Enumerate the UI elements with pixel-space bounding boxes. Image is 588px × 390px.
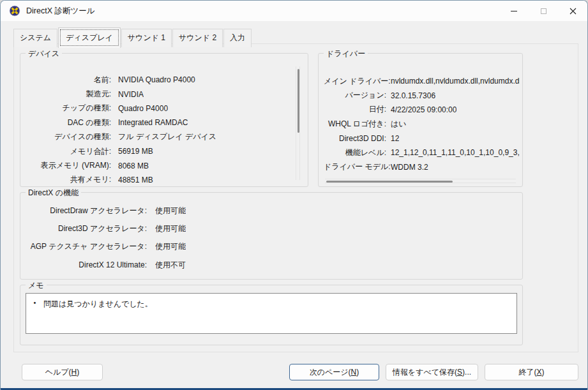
info-value: 使用不可 bbox=[155, 260, 186, 271]
info-label: ドライバー モデル: bbox=[324, 161, 386, 172]
tab[interactable]: 入力 bbox=[223, 29, 252, 47]
info-value: 12_1,12_0,11_1,11_0,10_1,10_0,9_3,9_2,9_… bbox=[391, 148, 520, 157]
minimize-button[interactable] bbox=[499, 1, 529, 21]
info-label: 共有メモリ: bbox=[26, 174, 111, 185]
info-label: 表示メモリ (VRAM): bbox=[26, 160, 111, 171]
info-row: DirectDraw アクセラレータ: 使用可能 bbox=[26, 202, 517, 220]
info-value: NVIDIA bbox=[118, 90, 144, 99]
info-value: nvldumdx.dll,nvldumdx.dll,nvldumdx.dll, bbox=[391, 77, 520, 86]
info-value: 56919 MB bbox=[118, 147, 153, 156]
notes-text-area[interactable]: • 問題は見つかりませんでした。 bbox=[26, 293, 517, 334]
bullet-icon: • bbox=[26, 299, 43, 310]
note-item: • 問題は見つかりませんでした。 bbox=[26, 294, 516, 310]
button-label: 情報をすべて保存( bbox=[393, 367, 457, 378]
info-row: DAC の種類: Integrated RAMDAC bbox=[26, 116, 287, 130]
tab[interactable]: ディスプレイ bbox=[58, 27, 121, 48]
button-label: ) bbox=[542, 368, 545, 377]
exit-button[interactable]: 終了(X) bbox=[485, 364, 578, 380]
tab[interactable]: システム bbox=[13, 29, 57, 47]
info-label: メイン ドライバー: bbox=[324, 76, 386, 87]
notes-group-title: メモ bbox=[26, 280, 47, 291]
info-value: WDDM 3.2 bbox=[391, 163, 428, 172]
tab-label: ディスプレイ bbox=[66, 33, 113, 42]
device-group-title: デバイス bbox=[26, 49, 62, 59]
button-label: ) bbox=[356, 368, 359, 377]
device-vertical-scrollbar[interactable] bbox=[296, 66, 300, 180]
info-value: 32.0.15.7306 bbox=[391, 91, 435, 100]
tab-label: システム bbox=[20, 33, 51, 42]
button-mnemonic: X bbox=[536, 368, 541, 377]
info-label: Direct3D DDI: bbox=[324, 134, 386, 143]
tab-label: サウンド 1 bbox=[128, 33, 165, 42]
info-label: 製造元: bbox=[26, 89, 111, 100]
device-group: デバイス 名前: NVIDIA Quadro P4000 製造元: NVIDIA… bbox=[20, 53, 308, 187]
window-controls bbox=[499, 1, 587, 21]
info-row: デバイスの種類: フル ディスプレイ デバイス bbox=[26, 130, 287, 144]
info-value: はい bbox=[391, 119, 407, 130]
minimize-icon bbox=[511, 11, 517, 11]
info-value: 使用可能 bbox=[155, 223, 186, 234]
tab-bar: システムディスプレイサウンド 1サウンド 2入力 bbox=[13, 27, 252, 47]
info-value: 使用可能 bbox=[155, 241, 186, 252]
info-row: 日付: 4/22/2025 09:00:00 bbox=[324, 103, 520, 117]
maximize-icon bbox=[541, 8, 547, 14]
window-title: DirectX 診断ツール bbox=[26, 6, 95, 17]
driver-scrollbar-thumb[interactable] bbox=[326, 181, 453, 183]
info-value: 48851 MB bbox=[118, 176, 153, 184]
info-row: ドライバー モデル: WDDM 3.2 bbox=[324, 160, 520, 174]
info-label: DirectX 12 Ultimate: bbox=[26, 260, 147, 269]
info-value: NVIDIA Quadro P4000 bbox=[118, 75, 195, 84]
info-value: 12 bbox=[391, 134, 399, 143]
info-value: 使用可能 bbox=[155, 206, 186, 216]
info-value: 4/22/2025 09:00:00 bbox=[391, 105, 456, 114]
button-label: 次のページ( bbox=[310, 367, 351, 378]
features-rows: DirectDraw アクセラレータ: 使用可能 Direct3D アクセラレー… bbox=[26, 202, 517, 274]
info-label: WHQL ロゴ付き: bbox=[324, 119, 386, 130]
info-value: 8068 MB bbox=[118, 161, 149, 170]
info-label: バージョン: bbox=[324, 90, 386, 101]
info-row: メイン ドライバー: nvldumdx.dll,nvldumdx.dll,nvl… bbox=[324, 74, 520, 88]
device-scrollbar-thumb[interactable] bbox=[298, 69, 299, 133]
info-row: 名前: NVIDIA Quadro P4000 bbox=[26, 73, 287, 87]
close-button[interactable] bbox=[558, 1, 587, 21]
info-row: メモリ合計: 56919 MB bbox=[26, 144, 287, 158]
dxdiag-window: DirectX 診断ツール システムディスプレイサウンド 1サウンド 2入力 デ… bbox=[0, 0, 588, 390]
directx-features-group: DirectX の機能 DirectDraw アクセラレータ: 使用可能 Dir… bbox=[20, 192, 523, 280]
tab[interactable]: サウンド 1 bbox=[121, 29, 172, 47]
info-label: 名前: bbox=[26, 75, 111, 86]
maximize-button bbox=[529, 1, 558, 21]
tab[interactable]: サウンド 2 bbox=[172, 29, 223, 47]
info-row: バージョン: 32.0.15.7306 bbox=[324, 88, 520, 102]
info-row: DirectX 12 Ultimate: 使用不可 bbox=[26, 256, 517, 274]
driver-rows: メイン ドライバー: nvldumdx.dll,nvldumdx.dll,nvl… bbox=[324, 74, 520, 174]
info-label: デバイスの種類: bbox=[26, 131, 111, 142]
info-value: Integrated RAMDAC bbox=[118, 118, 188, 127]
next-page-button[interactable]: 次のページ(N) bbox=[289, 364, 379, 380]
info-row: 機能レベル: 12_1,12_0,11_1,11_0,10_1,10_0,9_3… bbox=[324, 146, 520, 160]
info-label: DAC の種類: bbox=[26, 117, 111, 128]
button-label: )... bbox=[462, 368, 471, 377]
note-text: 問題は見つかりませんでした。 bbox=[43, 299, 516, 310]
info-row: Direct3D アクセラレータ: 使用可能 bbox=[26, 220, 517, 237]
button-mnemonic: H bbox=[72, 368, 77, 377]
info-row: 共有メモリ: 48851 MB bbox=[26, 173, 287, 187]
driver-group-title: ドライバー bbox=[324, 49, 368, 59]
save-all-information-button[interactable]: 情報をすべて保存(S)... bbox=[386, 364, 478, 380]
button-mnemonic: N bbox=[351, 368, 357, 377]
directx-app-icon bbox=[9, 5, 20, 17]
close-icon bbox=[569, 8, 577, 15]
info-label: チップの種類: bbox=[26, 103, 111, 114]
device-rows: 名前: NVIDIA Quadro P4000 製造元: NVIDIA チップの… bbox=[26, 73, 287, 187]
tab-label: 入力 bbox=[230, 33, 245, 42]
title-bar: DirectX 診断ツール bbox=[1, 1, 587, 21]
info-row: 表示メモリ (VRAM): 8068 MB bbox=[26, 158, 287, 172]
info-row: WHQL ロゴ付き: はい bbox=[324, 117, 520, 131]
button-label: ) bbox=[77, 368, 79, 377]
info-value: Quadro P4000 bbox=[118, 104, 168, 113]
info-row: チップの種類: Quadro P4000 bbox=[26, 101, 287, 116]
directx-features-group-title: DirectX の機能 bbox=[26, 188, 81, 199]
help-button[interactable]: ヘルプ(H) bbox=[22, 364, 103, 380]
info-row: Direct3D DDI: 12 bbox=[324, 131, 520, 146]
driver-horizontal-scrollbar[interactable] bbox=[325, 179, 516, 183]
info-row: 製造元: NVIDIA bbox=[26, 87, 287, 101]
